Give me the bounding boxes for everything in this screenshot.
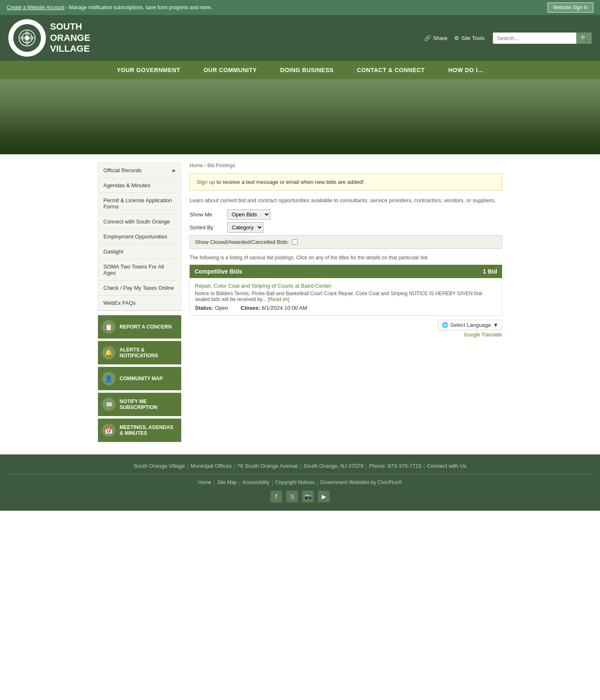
sidebar-nav: Official Records ▶ Agendas & Minutes Per… — [98, 163, 181, 311]
bid-status: Status: Open — [195, 305, 228, 311]
site-tools-tool[interactable]: ⚙ Site Tools — [454, 35, 485, 41]
create-account-text: Create a Website Account - Manage notifi… — [7, 5, 212, 10]
footer-city: South Orange, NJ 07079 — [304, 463, 364, 469]
bid-row: Repair, Color Coat and Striping of Court… — [190, 278, 502, 316]
arrow-icon: ▶ — [172, 168, 176, 173]
hero-image — [0, 79, 600, 154]
closed-bids-row: Show Closed/Awarded/Cancelled Bids: — [190, 235, 502, 249]
sidebar-item-check-pay-taxes[interactable]: Check / Pay My Taxes Online — [98, 281, 181, 296]
footer-links: South Orange Village | Municipal Offices… — [8, 463, 592, 469]
youtube-icon[interactable]: ▶ — [318, 491, 330, 502]
facebook-icon[interactable]: f — [270, 491, 282, 502]
bids-table-header: Competitive Bids 1 Bid — [190, 265, 502, 278]
closed-bids-checkbox[interactable] — [292, 239, 298, 245]
sidebar-item-connect-south-orange[interactable]: Connect with South Orange — [98, 214, 181, 229]
bids-section-label: Competitive Bids — [195, 268, 242, 275]
logo-circle — [8, 19, 46, 57]
gear-icon: ⚙ — [454, 35, 459, 41]
show-me-label: Show Me — [190, 211, 223, 218]
footer-accessibility-link[interactable]: Accessibility — [242, 479, 270, 486]
create-account-link[interactable]: Create a Website Account — [7, 5, 65, 10]
footer-municipal[interactable]: Municipal Offices — [190, 463, 232, 469]
sidebar: Official Records ▶ Agendas & Minutes Per… — [98, 163, 181, 442]
sign-up-link[interactable]: Sign up — [197, 179, 215, 185]
footer-connect[interactable]: Connect with Us — [427, 463, 467, 469]
twitter-icon[interactable]: 𝕏 — [286, 491, 298, 502]
show-me-filter: Show Me Open Bids All Bids Closed Bids — [190, 209, 502, 220]
map-icon: 👤 — [102, 372, 115, 385]
nav-item-contact-connect[interactable]: CONTACT & CONNECT — [345, 61, 437, 79]
note-text: The following is a listing of various bi… — [190, 255, 502, 261]
sign-in-button[interactable]: Website Sign In — [548, 3, 593, 13]
meetings-button[interactable]: 📅 MEETINGS, AGENDAS & MINUTES — [98, 419, 181, 442]
sidebar-item-webex[interactable]: WebEx FAQs — [98, 296, 181, 311]
bids-count: 1 Bid — [483, 268, 497, 275]
main-nav: YOUR GOVERNMENT OUR COMMUNITY DOING BUSI… — [0, 61, 600, 79]
globe-icon: 🌐 — [442, 322, 448, 328]
footer-sitemap-link[interactable]: Site Map — [217, 479, 237, 486]
search-button[interactable]: 🔍 — [576, 33, 592, 44]
read-on-link[interactable]: [Read on] — [268, 296, 290, 302]
logo-text: SOUTH ORANGE VILLAGE — [50, 21, 90, 54]
footer-bottom-links: Home | Site Map | Accessibility | Copyri… — [8, 479, 592, 486]
sidebar-item-gaslight[interactable]: Gaslight — [98, 244, 181, 259]
top-bar: Create a Website Account - Manage notifi… — [0, 0, 600, 15]
translate-widget: 🌐 Select Language ▼ Google Translate — [438, 320, 502, 338]
sidebar-item-permit-license[interactable]: Permit & License Application Forms — [98, 193, 181, 214]
main-content: Official Records ▶ Agendas & Minutes Per… — [90, 163, 510, 442]
header-right: 🔗 Share ⚙ Site Tools 🔍 — [424, 33, 592, 44]
logo-area: SOUTH ORANGE VILLAGE — [8, 19, 90, 57]
footer-address[interactable]: 76 South Orange Avenue — [237, 463, 298, 469]
sidebar-buttons: 📋 REPORT A CONCERN 🔔 ALERTS & NOTIFICATI… — [98, 315, 181, 442]
alerts-notifications-button[interactable]: 🔔 ALERTS & NOTIFICATIONS — [98, 341, 181, 364]
nav-item-our-community[interactable]: OUR COMMUNITY — [192, 61, 268, 79]
nav-item-your-government[interactable]: YOUR GOVERNMENT — [105, 61, 192, 79]
notify-icon: ✉ — [102, 398, 115, 411]
sidebar-item-employment[interactable]: Employment Opportunities — [98, 229, 181, 244]
sidebar-item-soma-two-towns[interactable]: SOMA Two Towns For All Ages — [98, 259, 181, 281]
header: SOUTH ORANGE VILLAGE 🔗 Share ⚙ Site Tool… — [0, 15, 600, 61]
page-description: Learn about current bid and contract opp… — [190, 197, 502, 203]
share-tool[interactable]: 🔗 Share — [424, 35, 448, 41]
footer: South Orange Village | Municipal Offices… — [0, 454, 600, 511]
report-icon: 📋 — [102, 320, 115, 334]
meetings-icon: 📅 — [102, 424, 115, 437]
footer-phone: Phone: 973-378-7715 — [369, 463, 422, 469]
footer-top: South Orange Village | Municipal Offices… — [8, 463, 592, 474]
breadcrumb: Home › Bid Postings — [190, 163, 502, 168]
sidebar-item-agendas-minutes[interactable]: Agendas & Minutes — [98, 178, 181, 193]
report-concern-button[interactable]: 📋 REPORT A CONCERN — [98, 315, 181, 339]
community-map-button[interactable]: 👤 COMMUNITY MAP — [98, 367, 181, 390]
chevron-down-icon: ▼ — [493, 322, 498, 328]
notify-me-button[interactable]: ✉ NOTIFY ME SUBSCRIPTION — [98, 393, 181, 416]
sorted-by-select[interactable]: Category Title Date — [227, 222, 263, 233]
search-input[interactable] — [493, 33, 576, 44]
alert-box: Sign up to receive a text message or ema… — [190, 173, 502, 191]
hero-banner — [0, 79, 600, 154]
alerts-icon: 🔔 — [102, 346, 115, 359]
closed-bids-label: Show Closed/Awarded/Cancelled Bids: — [195, 239, 289, 245]
bid-info: Status: Open Closes: 8/1/2024 10:00 AM — [195, 305, 497, 311]
sorted-by-label: Sorted By — [190, 224, 223, 231]
share-icon: 🔗 — [424, 35, 431, 41]
search-bar: 🔍 — [493, 33, 592, 44]
breadcrumb-home[interactable]: Home — [190, 163, 203, 168]
translate-link[interactable]: Translate — [481, 332, 502, 338]
nav-item-how-do-i[interactable]: HOW DO I... — [437, 61, 495, 79]
instagram-icon[interactable]: 📷 — [302, 491, 314, 502]
social-icons: f 𝕏 📷 ▶ — [8, 491, 592, 502]
header-tools: 🔗 Share ⚙ Site Tools — [424, 35, 485, 41]
footer-home-link[interactable]: Home — [198, 479, 211, 486]
footer-copyright-link[interactable]: Copyright Notices — [275, 479, 315, 486]
nav-item-doing-business[interactable]: DOING BUSINESS — [268, 61, 345, 79]
sidebar-item-official-records[interactable]: Official Records ▶ — [98, 163, 181, 178]
show-me-select[interactable]: Open Bids All Bids Closed Bids — [227, 209, 270, 220]
bid-closes: Closes: 8/1/2024 10:00 AM — [241, 305, 308, 311]
footer-civicplus-link[interactable]: Government Websites by CivicPlus® — [320, 479, 402, 486]
logo-svg — [12, 23, 42, 53]
bid-title-link[interactable]: Repair, Color Coat and Striping of Court… — [195, 283, 331, 289]
language-select[interactable]: 🌐 Select Language ▼ — [438, 320, 502, 330]
footer-org[interactable]: South Orange Village — [133, 463, 185, 469]
bid-description: Notice to Bidders Tennis, Pickle Ball an… — [195, 291, 497, 302]
page-content: Home › Bid Postings Sign up to receive a… — [190, 163, 502, 442]
